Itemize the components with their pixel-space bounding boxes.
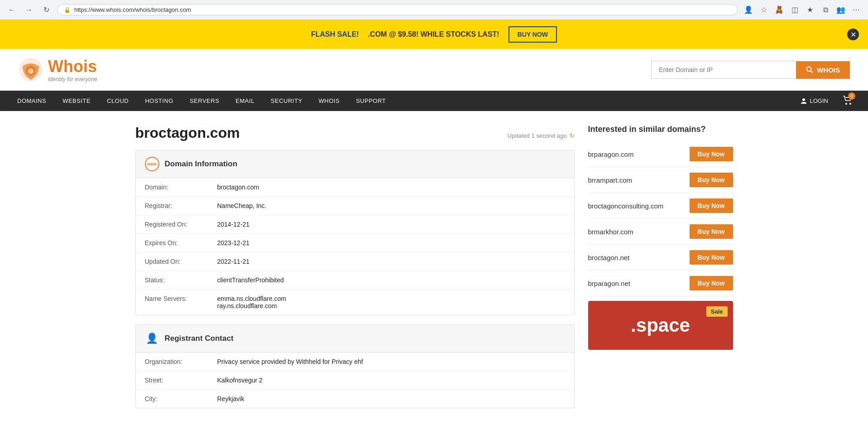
buy-now-button-2[interactable]: Buy Now: [690, 198, 733, 213]
registrant-contact-card: 👤 Registrant Contact Organization: Priva…: [135, 324, 575, 408]
star-icon[interactable]: ☆: [758, 4, 770, 16]
value-status: clientTransferProhibited: [217, 276, 284, 284]
split-screen-icon[interactable]: ◫: [788, 4, 801, 16]
label-registered: Registered On:: [145, 221, 217, 228]
nav-cart[interactable]: 0: [836, 91, 859, 111]
label-updated: Updated On:: [145, 258, 217, 265]
similar-domain-3: brmarkhor.com: [588, 228, 633, 236]
value-nameservers: emma.ns.cloudflare.com ray.ns.cloudflare…: [217, 295, 287, 310]
header: Whois Identity for everyone WHOIS: [0, 49, 868, 91]
info-row-status: Status: clientTransferProhibited: [136, 271, 574, 290]
sale-badge: Sale: [706, 306, 728, 317]
nav-item-cloud[interactable]: CLOUD: [99, 91, 137, 111]
value-organization: Privacy service provided by Withheld for…: [217, 358, 363, 365]
logo-area[interactable]: Whois Identity for everyone: [18, 57, 97, 82]
value-city: Reykjavik: [217, 395, 245, 402]
updated-text: Updated 1 second ago: [508, 132, 567, 139]
nav-login-button[interactable]: LOGIN: [792, 91, 836, 111]
label-street: Street:: [145, 377, 217, 384]
buy-now-button-3[interactable]: Buy Now: [690, 224, 733, 239]
www-icon: www: [145, 157, 159, 171]
info-row-city: City: Reykjavik: [136, 390, 574, 408]
nav-item-domains[interactable]: DOMAINS: [9, 91, 54, 111]
menu-icon[interactable]: ⋯: [850, 4, 863, 16]
nav-item-whois[interactable]: WHOIS: [311, 91, 348, 111]
info-row-registered: Registered On: 2014-12-21: [136, 215, 574, 234]
nav-item-email[interactable]: EMAIL: [227, 91, 263, 111]
svg-point-4: [845, 103, 847, 105]
value-domain: broctagon.com: [217, 184, 259, 191]
registrant-contact-title: Registrant Contact: [165, 334, 234, 343]
search-icon: [806, 66, 813, 73]
nav-item-security[interactable]: SECURITY: [263, 91, 311, 111]
info-row-updated: Updated On: 2022-11-21: [136, 252, 574, 271]
label-status: Status:: [145, 276, 217, 284]
whois-logo-icon: [18, 57, 43, 82]
svg-point-5: [849, 103, 851, 105]
flash-banner: FLASH SALE! .COM @ $9.58! WHILE STOCKS L…: [0, 20, 868, 49]
browser-toolbar: 👤 ☆ 🧸 ◫ ★ ⧉ 👥 ⋯: [742, 4, 863, 16]
browser-chrome: ← → ↻ 🔒 https://www.whois.com/whois/broc…: [0, 0, 868, 20]
info-row-expires: Expires On: 2023-12-21: [136, 234, 574, 252]
domain-title: broctagon.com: [135, 125, 240, 141]
flash-label: FLASH SALE!: [311, 30, 359, 39]
search-button[interactable]: WHOIS: [796, 61, 850, 79]
registrant-contact-header: 👤 Registrant Contact: [136, 325, 574, 353]
label-registrar: Registrar:: [145, 202, 217, 209]
nav-item-website[interactable]: WEBSITE: [54, 91, 99, 111]
info-row-domain: Domain: broctagon.com: [136, 178, 574, 197]
flash-buy-now-button[interactable]: BUY NOW: [508, 26, 557, 43]
nav-item-servers[interactable]: SERVERS: [182, 91, 227, 111]
info-row-street: Street: Kalkofnsvegur 2: [136, 371, 574, 390]
similar-domain-5: brparagon.net: [588, 280, 630, 287]
left-panel: broctagon.com Updated 1 second ago ↻ www…: [135, 125, 575, 417]
profile-icon[interactable]: 👤: [742, 4, 755, 16]
extensions-icon[interactable]: 🧸: [773, 4, 786, 16]
forward-button[interactable]: →: [23, 4, 35, 16]
buy-now-button-5[interactable]: Buy Now: [690, 276, 733, 290]
refresh-button[interactable]: ↻: [40, 4, 53, 16]
flash-close-button[interactable]: ✕: [847, 29, 859, 40]
value-registered: 2014-12-21: [217, 221, 250, 228]
logo-subtitle: Identity for everyone: [48, 76, 97, 82]
svg-point-1: [807, 67, 811, 72]
sale-text: .COM @ $9.58! WHILE STOCKS LAST!: [368, 30, 499, 39]
person-icon: 👤: [145, 331, 159, 346]
main-content: broctagon.com Updated 1 second ago ↻ www…: [117, 111, 751, 431]
svg-line-2: [811, 71, 813, 73]
search-button-label: WHOIS: [817, 66, 840, 74]
favorites-icon[interactable]: ★: [804, 4, 816, 16]
buy-now-button-4[interactable]: Buy Now: [690, 250, 733, 265]
similar-item-5: brparagon.net Buy Now: [588, 271, 733, 296]
url-text: https://www.whois.com/whois/broctagon.co…: [74, 6, 191, 13]
sale-card: Sale .space: [588, 301, 733, 350]
account-icon[interactable]: 👥: [834, 4, 847, 16]
value-street: Kalkofnsvegur 2: [217, 377, 263, 384]
similar-domains-title: Interested in similar domains?: [588, 125, 733, 134]
buy-now-button-1[interactable]: Buy Now: [690, 173, 733, 187]
label-domain: Domain:: [145, 184, 217, 191]
buy-now-button-0[interactable]: Buy Now: [690, 147, 733, 161]
similar-domain-0: brparagon.com: [588, 150, 634, 158]
info-row-organization: Organization: Privacy service provided b…: [136, 353, 574, 371]
label-organization: Organization:: [145, 358, 217, 365]
similar-item-1: brrampart.com Buy Now: [588, 167, 733, 193]
value-expires: 2023-12-21: [217, 239, 250, 247]
search-input[interactable]: [651, 61, 796, 79]
domain-info-header: www Domain Information: [136, 150, 574, 178]
nav-item-support[interactable]: SUPPORT: [348, 91, 394, 111]
similar-item-4: broctagon.net Buy Now: [588, 245, 733, 271]
back-button[interactable]: ←: [5, 4, 18, 16]
search-area: WHOIS: [651, 61, 850, 79]
label-expires: Expires On:: [145, 239, 217, 247]
similar-item-3: brmarkhor.com Buy Now: [588, 219, 733, 245]
svg-point-3: [802, 98, 805, 101]
similar-item-0: brparagon.com Buy Now: [588, 141, 733, 167]
right-panel: Interested in similar domains? brparagon…: [588, 125, 733, 417]
address-bar[interactable]: 🔒 https://www.whois.com/whois/broctagon.…: [57, 4, 738, 15]
main-nav: DOMAINS WEBSITE CLOUD HOSTING SERVERS EM…: [0, 91, 868, 111]
nav-item-hosting[interactable]: HOSTING: [137, 91, 182, 111]
label-nameservers: Name Servers:: [145, 295, 217, 310]
refresh-icon[interactable]: ↻: [570, 132, 575, 139]
collections-icon[interactable]: ⧉: [819, 4, 832, 16]
